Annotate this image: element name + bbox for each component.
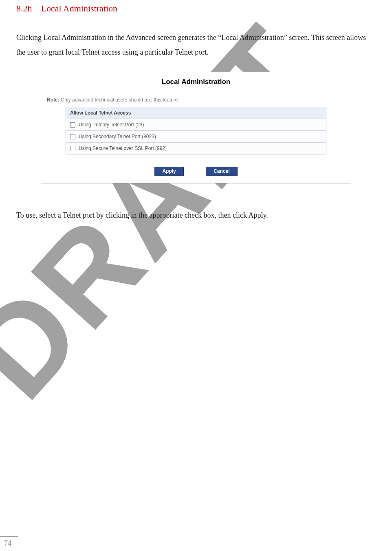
note-label: Note: — [47, 97, 59, 103]
embedded-screenshot: Local Administration Note: Only advanced… — [41, 72, 351, 183]
note-text: Only advanced technical users should use… — [59, 97, 179, 103]
button-row: Apply Cancel — [41, 154, 351, 183]
screenshot-title: Local Administration — [41, 72, 351, 91]
options-header: Allow Local Telnet Access — [66, 107, 326, 119]
section-heading: 8.2h Local Administration — [16, 3, 376, 14]
checkbox-primary-telnet[interactable] — [70, 122, 75, 128]
checkbox-secondary-telnet[interactable] — [70, 134, 75, 139]
cancel-button[interactable]: Cancel — [206, 167, 237, 176]
option-label: Using Secondary Telnet Port (8023) — [79, 134, 156, 139]
page-content: 8.2h Local Administration Clicking Local… — [0, 3, 392, 223]
apply-button[interactable]: Apply — [154, 167, 183, 176]
option-row-secondary: Using Secondary Telnet Port (8023) — [66, 131, 326, 143]
usage-paragraph: To use, select a Telnet port by clicking… — [16, 208, 376, 223]
option-row-ssl: Using Secure Telnet over SSL Port (992) — [66, 143, 326, 154]
page-number: 74 — [0, 536, 18, 548]
option-label: Using Secure Telnet over SSL Port (992) — [79, 145, 167, 151]
intro-paragraph: Clicking Local Administration in the Adv… — [16, 30, 376, 60]
option-row-primary: Using Primary Telnet Port (23) — [66, 119, 326, 131]
note-line: Note: Only advanced technical users shou… — [41, 91, 351, 107]
checkbox-ssl-telnet[interactable] — [70, 146, 75, 151]
option-label: Using Primary Telnet Port (23) — [79, 122, 144, 128]
section-title: Local Administration — [41, 3, 118, 13]
options-table: Allow Local Telnet Access Using Primary … — [66, 107, 326, 154]
section-number: 8.2h — [16, 3, 32, 13]
